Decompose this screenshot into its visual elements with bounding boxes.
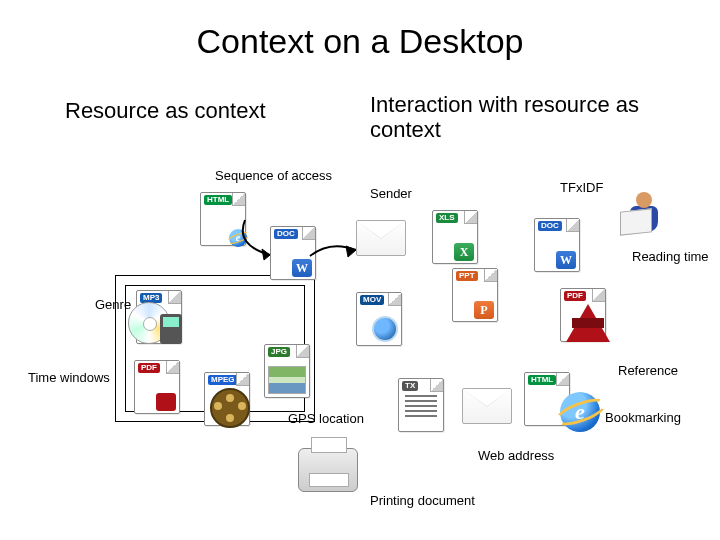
file-jpg-icon: JPG — [264, 344, 310, 398]
label-sequence-of-access: Sequence of access — [215, 168, 332, 183]
subhead-interaction-as-context: Interaction with resource as context — [370, 92, 690, 143]
badge-html-2: HTML — [528, 375, 556, 385]
pdf-glyph — [156, 393, 176, 411]
file-doc-icon-2: DOC W — [534, 218, 580, 272]
person-reading-icon — [620, 190, 668, 238]
jpg-thumb — [268, 366, 306, 394]
label-reading-time: Reading time — [632, 249, 709, 264]
label-printing-document: Printing document — [370, 493, 475, 508]
badge-xls: XLS — [436, 213, 458, 223]
file-ppt-icon: PPT P — [452, 268, 498, 322]
file-mov-icon: MOV — [356, 292, 402, 346]
badge-mov: MOV — [360, 295, 384, 305]
arrow-2 — [308, 238, 363, 268]
tx-lines — [405, 395, 437, 397]
pdf-reader-icon — [566, 300, 610, 344]
badge-ppt: PPT — [456, 271, 478, 281]
badge-jpg: JPG — [268, 347, 290, 357]
label-web-address: Web address — [478, 448, 554, 463]
mail-icon-2 — [462, 388, 512, 424]
mp3-player-icon — [160, 314, 182, 344]
ie-icon: e — [560, 392, 600, 432]
badge-html: HTML — [204, 195, 232, 205]
arrow-1 — [230, 210, 300, 270]
file-tx-icon: TX — [398, 378, 444, 432]
svg-marker-0 — [262, 249, 270, 260]
powerpoint-glyph: P — [474, 301, 494, 319]
label-reference: Reference — [618, 363, 678, 378]
label-sender: Sender — [370, 186, 412, 201]
mail-icon-1 — [356, 220, 406, 256]
label-time-windows: Time windows — [28, 370, 110, 385]
svg-marker-1 — [346, 246, 356, 257]
word-glyph-2: W — [556, 251, 576, 269]
badge-tx: TX — [402, 381, 418, 391]
badge-pdf-2: PDF — [138, 363, 160, 373]
excel-glyph: X — [454, 243, 474, 261]
badge-doc-2: DOC — [538, 221, 562, 231]
quicktime-glyph — [372, 316, 398, 342]
file-xls-icon: XLS X — [432, 210, 478, 264]
badge-mpeg: MPEG — [208, 375, 238, 385]
film-reel-icon — [210, 388, 250, 428]
label-tfidf: TFxIDF — [560, 180, 603, 195]
file-pdf-icon-2: PDF — [134, 360, 180, 414]
label-bookmarking: Bookmarking — [605, 410, 681, 425]
printer-icon — [298, 448, 358, 492]
slide-title: Context on a Desktop — [0, 22, 720, 61]
subhead-resource-as-context: Resource as context — [65, 98, 315, 123]
